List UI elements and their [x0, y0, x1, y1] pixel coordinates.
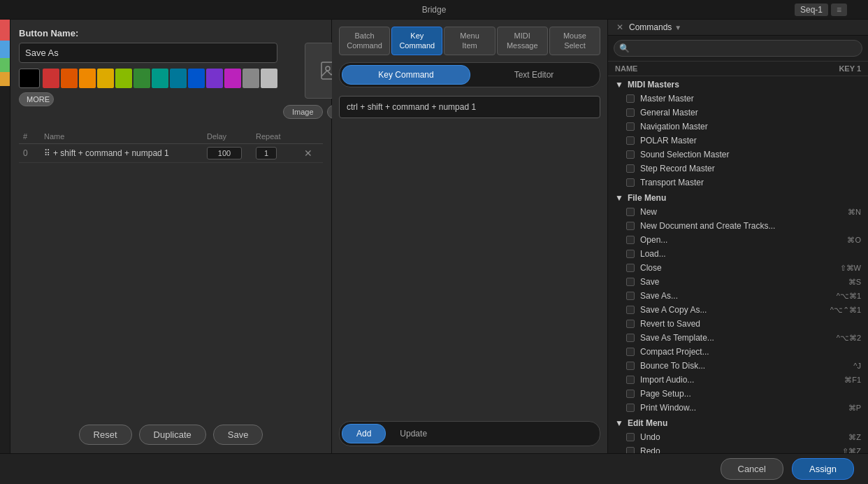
- tab-mouse-select[interactable]: Mouse Select: [549, 27, 600, 55]
- more-button[interactable]: MORE: [19, 92, 54, 106]
- cmd-checkbox[interactable]: [626, 334, 635, 342]
- drag-handle-icon[interactable]: ⠿: [44, 148, 50, 158]
- color-swatch[interactable]: [224, 69, 241, 88]
- assign-button[interactable]: Assign: [792, 458, 854, 480]
- cmd-item[interactable]: General Master: [608, 106, 868, 120]
- cmd-item[interactable]: Page Setup...: [608, 387, 868, 401]
- cmd-item[interactable]: Undo⌘Z: [608, 430, 868, 444]
- cmd-item[interactable]: Close⇧⌘W: [608, 261, 868, 275]
- color-swatch[interactable]: [97, 69, 114, 88]
- track-list-bg: [0, 20, 10, 453]
- delay-input[interactable]: [207, 147, 242, 159]
- cmd-group-label: File Menu: [628, 193, 666, 203]
- cmd-checkbox[interactable]: [626, 292, 635, 300]
- update-button[interactable]: Update: [386, 424, 441, 443]
- cmd-key: ⇧⌘W: [840, 264, 861, 273]
- tab-key-command[interactable]: Key Command: [391, 27, 442, 55]
- color-swatch[interactable]: [61, 69, 78, 88]
- cmd-checkbox[interactable]: [626, 150, 635, 159]
- cmd-checkbox[interactable]: [626, 108, 635, 117]
- cmd-checkbox[interactable]: [626, 208, 635, 216]
- search-input[interactable]: [614, 40, 862, 57]
- cmd-checkbox[interactable]: [626, 390, 635, 398]
- cmd-checkbox[interactable]: [626, 348, 635, 356]
- cmd-checkbox[interactable]: [626, 236, 635, 244]
- color-swatch-black[interactable]: [19, 69, 40, 88]
- cmd-item[interactable]: Save⌘S: [608, 275, 868, 289]
- cmd-item[interactable]: Save As Template...^⌥⌘2: [608, 331, 868, 345]
- key-command-toggle[interactable]: Key Command: [342, 65, 470, 85]
- text-editor-toggle[interactable]: Text Editor: [470, 65, 598, 85]
- color-swatch[interactable]: [79, 69, 96, 88]
- cmd-checkbox[interactable]: [626, 94, 635, 103]
- cancel-button[interactable]: Cancel: [721, 458, 783, 480]
- color-swatch[interactable]: [115, 69, 132, 88]
- commands-dropdown-button[interactable]: ▼: [674, 24, 681, 31]
- cmd-group-midi-masters[interactable]: ▼ MIDI Masters: [608, 76, 868, 92]
- color-swatch[interactable]: [133, 69, 150, 88]
- cmd-item[interactable]: Compact Project...: [608, 345, 868, 359]
- save-button[interactable]: Save: [213, 425, 263, 445]
- cmd-checkbox[interactable]: [626, 164, 635, 173]
- cmd-checkbox[interactable]: [626, 178, 635, 187]
- button-name-input[interactable]: [19, 43, 277, 63]
- cmd-checkbox[interactable]: [626, 122, 635, 131]
- tab-menu-item[interactable]: Menu Item: [444, 27, 495, 55]
- cmd-checkbox[interactable]: [626, 376, 635, 384]
- row-name: + shift + command + numpad 1: [53, 148, 169, 158]
- color-swatch[interactable]: [170, 69, 187, 88]
- cmd-item[interactable]: Load...: [608, 247, 868, 261]
- cmd-checkbox[interactable]: [626, 222, 635, 230]
- cmd-group-edit-menu[interactable]: ▼ Edit Menu: [608, 415, 868, 430]
- reset-button[interactable]: Reset: [79, 425, 132, 445]
- cmd-item[interactable]: Master Master: [608, 92, 868, 106]
- color-swatch[interactable]: [261, 69, 277, 88]
- key-command-input[interactable]: [339, 96, 600, 118]
- menu-icon[interactable]: ≡: [831, 3, 847, 16]
- cmd-checkbox[interactable]: [626, 447, 635, 453]
- cmd-item[interactable]: Save A Copy As...^⌥⌃⌘1: [608, 303, 868, 317]
- cmd-checkbox[interactable]: [626, 278, 635, 286]
- cmd-checkbox[interactable]: [626, 320, 635, 328]
- tab-midi-message[interactable]: MIDI Message: [497, 27, 548, 55]
- cmd-item[interactable]: New Document and Create Tracks...: [608, 219, 868, 233]
- cmd-checkbox[interactable]: [626, 136, 635, 145]
- color-swatch[interactable]: [243, 69, 259, 88]
- color-section: MORE: [19, 69, 277, 106]
- seq-label[interactable]: Seq-1: [795, 3, 828, 16]
- cmd-item[interactable]: Bounce To Disk...^J: [608, 359, 868, 373]
- cmd-item[interactable]: Save As...^⌥⌘1: [608, 289, 868, 303]
- cmd-item[interactable]: Print Window...⌘P: [608, 401, 868, 415]
- cmd-checkbox[interactable]: [626, 250, 635, 258]
- image-button[interactable]: Image: [283, 105, 323, 119]
- cmd-item[interactable]: New⌘N: [608, 205, 868, 219]
- track-colors: [0, 20, 10, 453]
- cmd-group-file-menu[interactable]: ▼ File Menu: [608, 190, 868, 205]
- cmd-item[interactable]: Sound Selection Master: [608, 148, 868, 162]
- cmd-checkbox[interactable]: [626, 404, 635, 412]
- commands-list[interactable]: ▼ MIDI Masters Master Master General Mas…: [608, 76, 868, 453]
- cmd-item[interactable]: Import Audio...⌘F1: [608, 373, 868, 387]
- duplicate-button[interactable]: Duplicate: [139, 425, 206, 445]
- cmd-item[interactable]: POLAR Master: [608, 134, 868, 148]
- color-swatch[interactable]: [188, 69, 205, 88]
- color-swatch[interactable]: [206, 69, 223, 88]
- cmd-checkbox[interactable]: [626, 433, 635, 441]
- cmd-checkbox[interactable]: [626, 306, 635, 314]
- tab-batch-command[interactable]: Batch Command: [339, 27, 390, 55]
- cmd-checkbox[interactable]: [626, 264, 635, 272]
- repeat-input[interactable]: [256, 147, 277, 159]
- cmd-item[interactable]: Navigation Master: [608, 120, 868, 134]
- close-commands-tab-button[interactable]: ✕: [614, 22, 626, 32]
- add-button[interactable]: Add: [342, 424, 386, 443]
- cmd-key: ⌘F1: [844, 376, 861, 385]
- cmd-item[interactable]: Open...⌘O: [608, 233, 868, 247]
- cmd-item[interactable]: Step Record Master: [608, 162, 868, 176]
- color-swatch[interactable]: [43, 69, 59, 88]
- cmd-item[interactable]: Transport Master: [608, 176, 868, 190]
- cmd-item[interactable]: Revert to Saved: [608, 317, 868, 331]
- cmd-item[interactable]: Redo⇧⌘Z: [608, 444, 868, 453]
- color-swatch[interactable]: [152, 69, 168, 88]
- delete-row-button[interactable]: ✕: [298, 148, 319, 159]
- cmd-checkbox[interactable]: [626, 362, 635, 370]
